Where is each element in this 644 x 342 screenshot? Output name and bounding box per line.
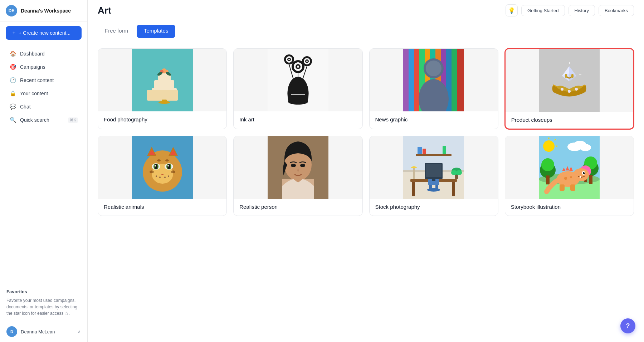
card-realistic-person[interactable]: Realistic person — [233, 136, 362, 216]
favorites-description: Favorite your most used campaigns, docum… — [6, 297, 81, 317]
card-stock-photography[interactable]: Stock photography — [369, 136, 498, 216]
svg-line-143 — [555, 139, 556, 140]
user-avatar: D — [6, 326, 17, 337]
card-image-stock — [370, 136, 498, 199]
topbar-actions: 💡 Getting Started History Bookmarks — [506, 4, 634, 16]
svg-point-73 — [167, 164, 170, 169]
sidebar-item-quick-search[interactable]: 🔍 Quick search ⌘K — [3, 114, 84, 126]
svg-point-25 — [306, 61, 308, 62]
card-label-animals: Realistic animals — [98, 199, 226, 216]
tabs-bar: Free form Templates — [88, 21, 644, 38]
svg-rect-97 — [412, 182, 415, 196]
card-image-storybook — [505, 136, 634, 199]
quick-search-kbd: ⌘K — [68, 117, 78, 123]
plus-icon: ＋ — [11, 30, 16, 36]
svg-rect-137 — [560, 184, 565, 191]
svg-point-147 — [580, 144, 591, 151]
card-label-food: Food photography — [98, 111, 226, 128]
svg-point-82 — [157, 159, 161, 162]
card-ink-art[interactable]: Ink art — [233, 48, 362, 129]
card-image-news — [370, 49, 498, 111]
page-title: Art — [98, 5, 501, 16]
svg-point-140 — [570, 176, 572, 178]
svg-point-17 — [297, 66, 299, 68]
user-footer[interactable]: D Deanna McLean ∧ — [0, 321, 87, 342]
svg-rect-125 — [589, 175, 592, 184]
card-label-ink: Ink art — [234, 111, 362, 128]
svg-point-83 — [165, 159, 169, 162]
favorites-title: Favorites — [6, 289, 81, 294]
workspace-avatar: DE — [6, 5, 17, 16]
svg-rect-114 — [426, 164, 441, 177]
sidebar-item-campaigns[interactable]: 🎯 Campaigns — [3, 61, 84, 73]
card-realistic-animals[interactable]: Realistic animals — [98, 136, 227, 216]
dashboard-icon: 🏠 — [9, 50, 16, 57]
svg-rect-42 — [452, 49, 457, 111]
svg-point-141 — [543, 140, 555, 152]
svg-point-75 — [167, 165, 169, 167]
workspace-name: Deanna's Workspace — [21, 8, 71, 14]
svg-rect-99 — [416, 154, 452, 156]
svg-point-139 — [564, 177, 567, 180]
svg-point-105 — [451, 170, 457, 175]
svg-rect-59 — [571, 74, 574, 78]
sidebar-item-your-content[interactable]: 🔒 Your content — [3, 87, 84, 100]
svg-point-50 — [575, 88, 578, 91]
svg-point-129 — [573, 168, 589, 181]
create-new-content-button[interactable]: ＋ + Create new content... — [6, 26, 82, 40]
svg-point-72 — [155, 164, 157, 169]
svg-point-77 — [159, 177, 161, 178]
svg-point-76 — [156, 175, 157, 177]
sidebar-item-dashboard[interactable]: 🏠 Dashboard — [3, 47, 84, 60]
card-product-closeups[interactable]: Product closeups — [505, 48, 634, 129]
card-label-product: Product closeups — [506, 112, 633, 129]
svg-point-11 — [158, 101, 170, 104]
card-image-food — [98, 49, 226, 111]
svg-rect-122 — [546, 175, 550, 184]
svg-point-48 — [561, 88, 564, 91]
workspace-header[interactable]: DE Deanna's Workspace — [0, 0, 87, 22]
chat-icon: 💬 — [9, 103, 16, 110]
content-area: Food photography — [88, 38, 644, 342]
card-image-ink — [234, 49, 362, 111]
lightbulb-icon: 💡 — [508, 7, 515, 14]
svg-rect-100 — [418, 147, 422, 154]
bookmarks-button[interactable]: Bookmarks — [599, 5, 634, 16]
card-news-graphic[interactable]: News graphic — [369, 48, 498, 129]
user-name: Deanna McLean — [21, 329, 55, 334]
svg-rect-112 — [413, 168, 415, 179]
svg-point-89 — [291, 164, 296, 167]
card-label-stock: Stock photography — [370, 199, 498, 216]
svg-rect-101 — [423, 149, 426, 154]
svg-point-111 — [427, 188, 440, 192]
svg-point-81 — [171, 170, 175, 173]
help-button[interactable]: ? — [620, 318, 635, 333]
svg-point-79 — [168, 175, 169, 177]
topbar: Art 💡 Getting Started History Bookmarks — [88, 0, 644, 21]
svg-rect-115 — [432, 179, 435, 181]
svg-point-78 — [164, 177, 166, 178]
card-storybook[interactable]: Storybook illustration — [505, 136, 634, 216]
getting-started-button[interactable]: Getting Started — [521, 5, 565, 16]
svg-point-74 — [155, 165, 156, 167]
svg-point-132 — [584, 172, 585, 173]
light-bulb-button[interactable]: 💡 — [506, 4, 518, 16]
tab-templates[interactable]: Templates — [137, 25, 175, 38]
svg-point-90 — [300, 164, 305, 167]
svg-rect-91 — [282, 186, 314, 199]
card-label-news: News graphic — [370, 111, 498, 128]
sidebar-item-chat[interactable]: 💬 Chat — [3, 100, 84, 113]
svg-rect-102 — [443, 146, 446, 154]
svg-point-46 — [426, 61, 441, 76]
card-food-photography[interactable]: Food photography — [98, 48, 227, 129]
main-content: Art 💡 Getting Started History Bookmarks … — [88, 0, 644, 342]
cards-grid: Food photography — [98, 48, 634, 216]
sidebar: DE Deanna's Workspace ＋ + Create new con… — [0, 0, 88, 342]
sidebar-item-recent-content[interactable]: 🕐 Recent content — [3, 74, 84, 87]
recent-icon: 🕐 — [9, 77, 16, 83]
svg-rect-2 — [147, 90, 178, 101]
card-label-person: Realistic person — [234, 199, 362, 216]
tab-free-form[interactable]: Free form — [98, 25, 135, 38]
card-label-storybook: Storybook illustration — [505, 199, 634, 216]
history-button[interactable]: History — [569, 5, 595, 16]
